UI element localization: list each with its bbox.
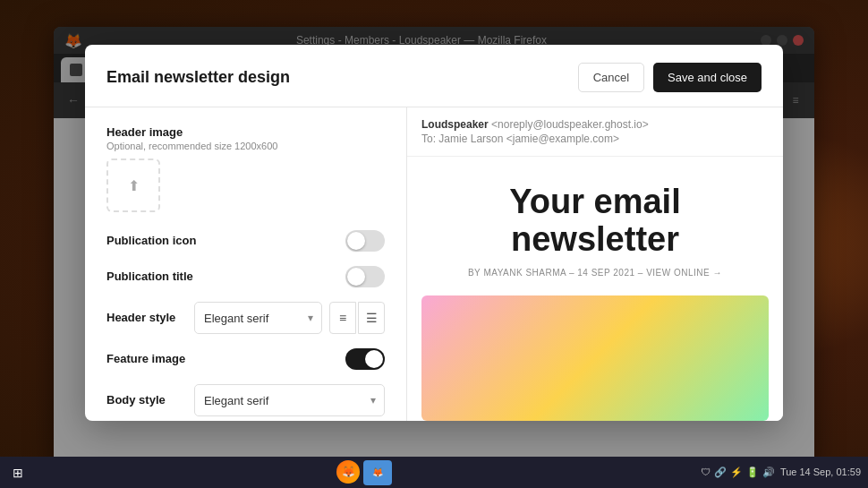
header-style-label: Header style [106,311,187,324]
publication-icon-label: Publication icon [106,234,196,247]
header-image-upload[interactable]: ⬆ [106,158,160,212]
recipient-name: Jamie Larson [438,133,503,145]
taskbar-app-label: 🦊 [372,467,383,477]
battery-tray-icon: 🔋 [746,467,759,478]
header-style-select[interactable]: Elegant serif Modern sans Clean minimal [194,302,322,334]
taskbar-active-app[interactable]: 🦊 [363,460,392,485]
email-from: Loudspeaker <noreply@loudspeaker.ghost.i… [421,118,769,131]
volume-tray-icon: 🔊 [762,467,775,478]
email-hero: Your email newsletter BY MAYANK SHARMA –… [407,157,783,295]
upload-icon: ⬆ [128,177,140,194]
publication-icon-toggle[interactable] [345,230,385,252]
taskbar-center: 🦊 🦊 [34,460,695,485]
align-center-icon: ☰ [366,311,378,325]
taskbar-right: 🛡 🔗 ⚡ 🔋 🔊 Tue 14 Sep, 01:59 [701,466,861,478]
tray-icons: 🛡 🔗 ⚡ 🔋 🔊 [701,467,775,478]
view-online-link[interactable]: VIEW ONLINE → [646,268,722,278]
modal-body: Header image Optional, recommended size … [85,118,783,421]
page-content: Email newsletter design Cancel Save and … [54,118,814,466]
toggle-thumb-title [347,268,365,286]
email-header-meta: Loudspeaker <noreply@loudspeaker.ghost.i… [407,118,783,157]
header-image-sublabel: Optional, recommended size 1200x600 [106,141,385,151]
usb-tray-icon: ⚡ [730,467,743,478]
start-icon[interactable]: ⊞ [7,462,29,484]
taskbar-clock: Tue 14 Sep, 01:59 [780,466,861,478]
meta-dash: – [569,268,577,278]
browser-window: 🦊 Settings - Members - Loudspeaker — Moz… [54,27,814,466]
header-image-label: Header image [106,125,385,139]
modal-backdrop: Email newsletter design Cancel Save and … [54,118,814,466]
sender-name: Loudspeaker [421,118,489,131]
to-label: To: [421,133,436,145]
email-design-modal: Email newsletter design Cancel Save and … [85,118,783,421]
body-style-setting: Body style Elegant serif Modern sans Cle… [106,384,385,416]
sender-email: <noreply@loudspeaker.ghost.io> [491,118,649,131]
recipient-email: <jamie@example.com> [506,133,619,145]
publication-title-toggle[interactable] [345,266,385,287]
meta-date: 14 SEP 2021 [577,268,634,278]
email-to: To: Jamie Larson <jamie@example.com> [421,133,769,145]
settings-panel: Header image Optional, recommended size … [85,118,407,421]
header-style-setting: Header style Elegant serif Modern sans C… [106,302,385,334]
feature-image-setting: Feature image [106,348,385,370]
body-style-select-wrapper: Elegant serif Modern sans Clean minimal [194,384,385,416]
meta-dash2: – [638,268,646,278]
publication-icon-setting: Publication icon [106,230,385,252]
header-image-setting: Header image Optional, recommended size … [106,125,385,212]
align-left-icon: ≡ [339,311,346,325]
align-left-button[interactable]: ≡ [329,302,356,334]
toggle-thumb [347,232,365,250]
newsletter-title: Your email newsletter [443,184,747,259]
taskbar-app-icon: 🦊 [336,460,360,484]
body-style-label: Body style [106,393,187,407]
header-style-select-wrapper: Elegant serif Modern sans Clean minimal [194,302,322,334]
email-preview: Loudspeaker <noreply@loudspeaker.ghost.i… [407,118,783,421]
align-center-button[interactable]: ☰ [358,302,385,334]
network-tray-icon: 🔗 [714,467,727,478]
taskbar: ⊞ 🦊 🦊 🛡 🔗 ⚡ 🔋 🔊 Tue 14 Sep, 01:59 [0,457,868,488]
feature-image-label: Feature image [106,352,185,365]
email-meta-line: BY MAYANK SHARMA – 14 SEP 2021 – VIEW ON… [443,268,747,278]
feature-image-toggle[interactable] [345,348,385,370]
alignment-buttons: ≡ ☰ [329,302,385,334]
taskbar-start: ⊞ [7,462,29,484]
meta-by: BY MAYANK SHARMA [468,268,566,278]
shield-tray-icon: 🛡 [701,467,711,477]
preview-panel: Loudspeaker <noreply@loudspeaker.ghost.i… [407,118,783,421]
feature-image-preview [421,295,769,421]
email-body: Your email newsletter BY MAYANK SHARMA –… [407,157,783,421]
publication-title-label: Publication title [106,270,193,283]
body-style-select[interactable]: Elegant serif Modern sans Clean minimal [194,384,385,416]
publication-title-setting: Publication title [106,266,385,287]
feature-image-toggle-thumb [365,350,383,368]
